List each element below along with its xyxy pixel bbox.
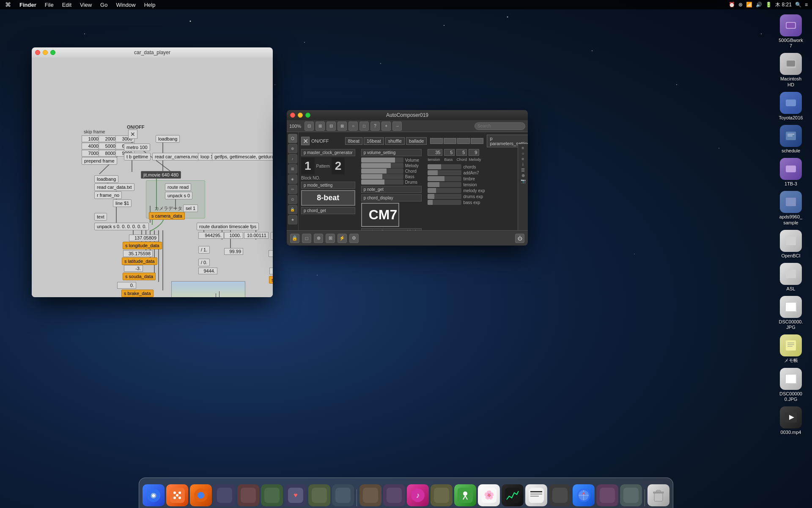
notification-icon[interactable]: ≡ — [805, 2, 808, 8]
sidebar-btn-9[interactable]: ★ — [288, 215, 297, 224]
wifi-icon[interactable]: 📶 — [746, 2, 752, 8]
beat-ballade[interactable]: ballade — [406, 137, 427, 145]
dock-app5[interactable] — [308, 484, 330, 506]
spotlight-icon[interactable]: 🔍 — [795, 2, 801, 8]
bottom-btn-2[interactable]: □ — [302, 234, 311, 243]
right-icon-1[interactable]: ≡ — [522, 146, 524, 150]
dock-safari[interactable] — [573, 484, 595, 506]
bottom-btn-3[interactable]: ⊗ — [314, 234, 323, 243]
num-1000[interactable]: 1000 — [82, 135, 101, 142]
sidebar-btn-lock[interactable]: 🔒 — [288, 205, 297, 214]
desktop-icon-schedule[interactable]: schedule — [774, 123, 808, 155]
composer-minimize-button[interactable] — [298, 113, 303, 118]
chord-val[interactable]: 5 — [456, 149, 467, 156]
text-box[interactable]: text — [94, 213, 107, 221]
desktop-icon-toyota[interactable]: Toyota2016 — [774, 90, 808, 122]
composer-search[interactable] — [475, 122, 525, 130]
s-brake-box[interactable]: s brake_data — [121, 290, 154, 297]
div0-box[interactable]: / 0. — [198, 259, 210, 266]
toolbar-btn-2[interactable]: ⊞ — [315, 121, 325, 131]
desktop-icon-0030[interactable]: 0030.mp4 — [774, 405, 808, 437]
bass-val[interactable]: 5 — [444, 149, 455, 156]
val-0-box[interactable]: 0. — [117, 282, 136, 289]
line-box[interactable]: line $1 — [113, 199, 132, 207]
beat-shuffle[interactable]: shuffle — [385, 137, 405, 145]
metro-box[interactable]: metro 100 — [124, 144, 150, 151]
dock-app12[interactable] — [620, 484, 642, 506]
timbre-slider[interactable] — [428, 176, 461, 181]
val-99-box[interactable]: 99.99 — [224, 248, 243, 255]
apple-menu[interactable]: ⌘ — [3, 1, 13, 8]
toolbar-btn-1[interactable]: ⊡ — [304, 121, 314, 131]
getfps-box[interactable]: getfps, gettimescale, getduration — [212, 153, 273, 160]
melody-vol-slider[interactable] — [361, 163, 403, 168]
right-icon-2[interactable]: ○ — [521, 151, 524, 156]
toolbar-btn-9[interactable]: → — [392, 121, 402, 131]
val-35-box[interactable]: 35.175598 — [123, 250, 153, 257]
val-720846-box[interactable]: 720846. — [269, 250, 273, 257]
dock-app9[interactable] — [431, 484, 453, 506]
desktop-icon-500gb[interactable]: 500GBwork7 — [774, 13, 808, 50]
val-9444-box[interactable]: 9444. — [198, 268, 217, 274]
val-944295-box[interactable]: 944295. — [198, 232, 224, 239]
bass-exp-slider[interactable] — [428, 200, 461, 205]
s-camera-data-box[interactable]: s camera_data — [149, 212, 185, 220]
bottom-btn-5[interactable]: ⚡ — [337, 234, 347, 243]
desktop-icon-dsc0001[interactable]: DSC000000.JPG — [774, 366, 808, 404]
toolbar-btn-7[interactable]: ? — [370, 121, 380, 131]
dock-news[interactable] — [525, 484, 547, 506]
beat-16[interactable]: 16beat — [364, 137, 384, 145]
drums-exp-slider[interactable] — [428, 194, 461, 199]
gettime-box[interactable]: t b gettime — [124, 153, 151, 160]
num-8000[interactable]: 8000 — [99, 150, 118, 157]
help-menu[interactable]: Help — [143, 2, 157, 8]
dock-trash[interactable] — [647, 484, 669, 506]
val-1000-box[interactable]: 1000. — [224, 232, 243, 239]
dock-app7[interactable] — [359, 484, 381, 506]
dock-app1[interactable] — [214, 484, 236, 506]
dock-app8[interactable] — [383, 484, 405, 506]
dock-stocks[interactable] — [502, 484, 524, 506]
dock-app4[interactable]: ♥ — [285, 484, 307, 506]
val-7209-box[interactable]: 7209. — [269, 268, 273, 274]
p-chord-get-box[interactable]: p chord_get — [301, 207, 355, 214]
div1-box[interactable]: / 1. — [198, 246, 210, 254]
drums-vol-slider[interactable] — [361, 179, 403, 185]
num-4000[interactable]: 4000 — [82, 143, 101, 149]
dock-maps[interactable] — [454, 484, 476, 506]
onoff-toggle[interactable]: ✕ — [301, 137, 310, 145]
val-137-box[interactable]: 137.05809 — [129, 235, 159, 241]
file-menu[interactable]: File — [43, 2, 55, 8]
route-read-box[interactable]: route read — [165, 183, 191, 191]
desktop-icon-openbci[interactable]: OpenBCI — [774, 228, 808, 260]
volume-icon[interactable]: 🔊 — [756, 2, 762, 8]
minimize-button[interactable] — [43, 50, 48, 55]
p-master-clock-box[interactable]: p master_clock_generator — [301, 149, 355, 156]
toolbar-btn-3[interactable]: ⊟ — [326, 121, 336, 131]
num-5000[interactable]: 5000 — [99, 143, 118, 149]
dock-app6[interactable] — [332, 484, 354, 506]
p-auto-compose-box[interactable]: p automatic_compose_blocks — [361, 228, 422, 230]
sidebar-btn-6[interactable]: ⇦ — [288, 185, 297, 194]
loadbang1-box[interactable]: loadbang — [156, 135, 180, 143]
unpack-box[interactable]: unpack s 0. 0. 0. 0. 0. 0. — [94, 223, 149, 230]
desktop-icon-memo[interactable]: メモ帳 — [774, 333, 808, 365]
composer-zoom-button[interactable] — [305, 113, 310, 118]
dock-app3[interactable] — [261, 484, 283, 506]
volume-slider[interactable] — [361, 157, 403, 163]
right-icon-4[interactable]: i — [522, 162, 523, 167]
unpacks0-box[interactable]: unpack s 0 — [165, 192, 192, 199]
dock-launchpad[interactable] — [166, 484, 188, 506]
zoom-button[interactable] — [50, 50, 55, 55]
tension-val[interactable]: 35 — [428, 149, 442, 156]
num-2000[interactable]: 2000 — [99, 135, 118, 142]
desktop-icon-1tb3[interactable]: 1TB-3 — [774, 156, 808, 188]
read-car-data-box[interactable]: read car_data.txt — [94, 183, 134, 191]
bottom-btn-6[interactable]: ⚙ — [349, 234, 359, 243]
toolbar-btn-4[interactable]: ⊠ — [337, 121, 347, 131]
go-menu[interactable]: Go — [99, 2, 109, 8]
route-time-box[interactable]: route time — [271, 232, 273, 240]
jit-movie-box[interactable]: jit.movie 640 480 — [141, 171, 181, 179]
num-7000[interactable]: 7000 — [82, 150, 101, 157]
addam7-slider[interactable] — [428, 170, 461, 175]
